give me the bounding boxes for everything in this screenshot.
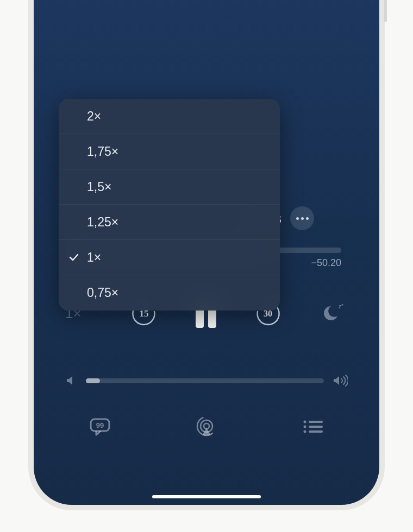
more-button[interactable] [290,206,314,230]
quotes-button[interactable]: 99 [88,417,112,436]
sleep-timer-button[interactable]: z z [320,299,348,327]
bottom-actions: 99 [88,417,325,436]
speed-option-label: 1× [87,250,101,265]
svg-rect-10 [309,421,323,423]
speed-option-label: 1,25× [87,215,118,230]
quote-bubble-icon: 99 [89,417,111,436]
volume-control [65,375,348,387]
volume-high-icon [333,375,348,387]
list-icon [302,419,324,435]
speed-option-1-5x[interactable]: 1,5× [59,169,280,205]
airplay-button[interactable] [195,417,218,436]
moon-icon: z z [323,303,344,324]
svg-point-11 [304,426,306,428]
svg-text:99: 99 [96,421,104,429]
speed-option-1x[interactable]: 1× [59,240,280,275]
power-hardware-button [384,0,387,22]
checkmark-icon [68,252,79,263]
volume-level [86,378,100,383]
home-indicator[interactable] [152,495,261,498]
queue-button[interactable] [301,417,325,436]
screen: BR IN ences −50.20 1× 15 [34,0,379,505]
airplay-icon [196,417,217,436]
time-remaining: −50.20 [311,257,341,269]
speed-option-label: 1,75× [87,144,118,159]
speed-option-label: 2× [87,109,101,124]
svg-point-13 [304,430,306,433]
svg-text:z: z [341,303,343,307]
speed-option-label: 1,5× [87,180,111,194]
speed-menu: 2× 1,75× 1,5× 1,25× 1× 0,75× [59,99,280,311]
phone-frame: BR IN ences −50.20 1× 15 [28,0,385,510]
speed-option-0-75x[interactable]: 0,75× [59,275,280,311]
volume-slider[interactable] [86,378,324,383]
speed-option-label: 0,75× [87,286,118,300]
svg-point-9 [304,421,306,423]
speed-option-1-25x[interactable]: 1,25× [59,205,280,240]
volume-low-icon [65,375,77,387]
svg-rect-14 [309,430,323,433]
speed-option-2x[interactable]: 2× [59,99,280,134]
svg-rect-12 [309,426,323,428]
speed-option-1-75x[interactable]: 1,75× [59,134,280,169]
